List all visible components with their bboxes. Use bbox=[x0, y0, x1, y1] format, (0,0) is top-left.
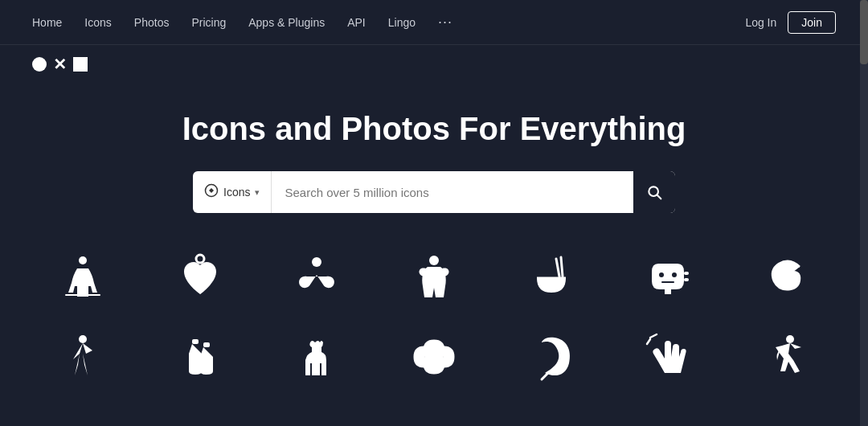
svg-line-10 bbox=[561, 257, 563, 276]
search-input[interactable] bbox=[272, 171, 633, 213]
svg-rect-4 bbox=[65, 294, 100, 296]
scrollbar-track bbox=[860, 0, 868, 426]
svg-point-6 bbox=[312, 257, 321, 267]
nav-right: Log In Join bbox=[745, 11, 836, 34]
icon-bowl[interactable] bbox=[511, 242, 592, 314]
hero-section: Icons and Photos For Everything Icons ▾ bbox=[0, 72, 868, 213]
nav-home[interactable]: Home bbox=[32, 16, 62, 29]
icons-row-1 bbox=[24, 242, 844, 314]
icon-leaf[interactable] bbox=[511, 321, 592, 393]
svg-point-11 bbox=[659, 272, 664, 277]
search-icon bbox=[646, 184, 662, 200]
svg-point-7 bbox=[429, 256, 439, 265]
nav-pricing[interactable]: Pricing bbox=[191, 16, 226, 29]
svg-point-12 bbox=[672, 272, 677, 277]
icon-meditation[interactable] bbox=[43, 242, 123, 314]
icon-dancer[interactable] bbox=[43, 321, 123, 393]
logo-circle bbox=[32, 57, 47, 72]
search-type-selector[interactable]: Icons ▾ bbox=[193, 171, 272, 213]
svg-point-5 bbox=[196, 255, 204, 263]
icon-celtic-knot[interactable] bbox=[394, 321, 474, 393]
svg-rect-14 bbox=[684, 272, 689, 275]
svg-point-16 bbox=[79, 335, 87, 343]
navbar: Home Icons Photos Pricing Apps & Plugins… bbox=[0, 0, 868, 45]
logo-square bbox=[73, 57, 88, 72]
nav-left: Home Icons Photos Pricing Apps & Plugins… bbox=[32, 14, 452, 31]
nav-api[interactable]: API bbox=[347, 16, 366, 29]
nav-photos[interactable]: Photos bbox=[134, 16, 170, 29]
login-button[interactable]: Log In bbox=[745, 16, 776, 29]
nav-more[interactable]: ··· bbox=[438, 14, 452, 31]
icon-ai-head[interactable] bbox=[628, 242, 708, 314]
svg-line-21 bbox=[647, 339, 650, 344]
svg-rect-15 bbox=[684, 278, 689, 281]
icon-llama[interactable] bbox=[276, 321, 357, 393]
icon-waving-hand[interactable] bbox=[628, 321, 708, 393]
icon-wrestler[interactable] bbox=[745, 321, 825, 393]
search-type-icon bbox=[204, 183, 219, 201]
svg-line-19 bbox=[542, 373, 548, 379]
search-bar: Icons ▾ bbox=[193, 171, 675, 213]
svg-line-9 bbox=[556, 259, 559, 276]
icon-lab-bottles[interactable] bbox=[160, 321, 240, 393]
scrollbar-thumb[interactable] bbox=[860, 0, 868, 64]
svg-rect-17 bbox=[192, 339, 199, 344]
svg-point-22 bbox=[786, 335, 794, 343]
icon-lungs[interactable] bbox=[276, 242, 357, 314]
icons-section bbox=[0, 242, 868, 393]
icon-woman-traditional[interactable] bbox=[394, 242, 474, 314]
logo-area: ✕ bbox=[0, 45, 868, 72]
icon-heart-person[interactable] bbox=[160, 242, 240, 314]
join-button[interactable]: Join bbox=[788, 11, 836, 34]
svg-rect-13 bbox=[661, 281, 674, 283]
svg-line-20 bbox=[650, 334, 657, 338]
svg-point-3 bbox=[79, 256, 87, 264]
nav-lingo[interactable]: Lingo bbox=[388, 16, 416, 29]
svg-line-2 bbox=[657, 195, 661, 199]
search-type-label: Icons bbox=[223, 186, 250, 199]
search-button[interactable] bbox=[633, 171, 675, 213]
hero-title: Icons and Photos For Everything bbox=[182, 111, 686, 147]
icon-spiral[interactable] bbox=[745, 242, 825, 314]
icons-row-2 bbox=[24, 321, 844, 393]
nav-apps[interactable]: Apps & Plugins bbox=[248, 16, 325, 29]
svg-rect-18 bbox=[203, 342, 210, 347]
nav-icons[interactable]: Icons bbox=[84, 16, 111, 29]
chevron-down-icon: ▾ bbox=[255, 187, 260, 198]
logo-x: ✕ bbox=[53, 56, 67, 72]
